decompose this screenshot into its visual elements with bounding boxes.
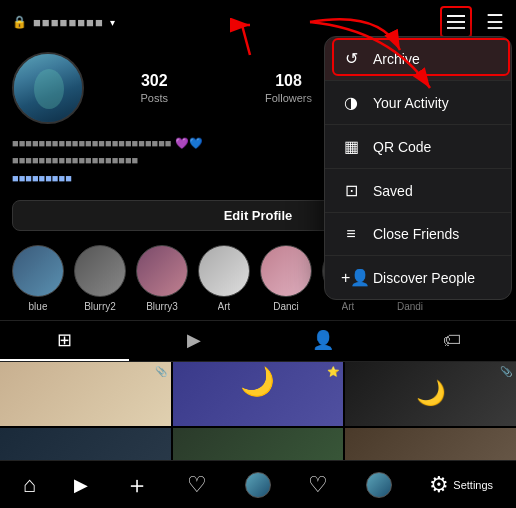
archive-label: Archive	[373, 51, 420, 67]
reels-icon: ▶	[187, 329, 201, 351]
tab-grid[interactable]: ⊞	[0, 321, 129, 361]
qr-label: QR Code	[373, 139, 431, 155]
highlight-item[interactable]: Blurry2	[74, 245, 126, 312]
menu-item-close-friends[interactable]: ≡ Close Friends	[325, 213, 511, 256]
reels-nav-icon: ▶	[74, 474, 88, 496]
nav-profile[interactable]	[245, 472, 271, 498]
stat-posts: 302 Posts	[140, 72, 168, 104]
menu-item-activity[interactable]: ◑ Your Activity	[325, 81, 511, 125]
header-right: ☰	[440, 6, 504, 38]
nav-reels[interactable]: ▶	[74, 474, 88, 496]
nav-home[interactable]: ⌂	[23, 472, 36, 498]
highlight-circle	[260, 245, 312, 297]
highlight-item[interactable]: Art	[198, 245, 250, 312]
tagged-icon: 👤	[312, 329, 334, 351]
highlight-circle	[136, 245, 188, 297]
nav-profile2[interactable]	[366, 472, 392, 498]
stat-followers: 108 Followers	[265, 72, 312, 104]
highlight-label: Blurry2	[84, 301, 116, 312]
menu-item-qr[interactable]: ▦ QR Code	[325, 125, 511, 169]
nav-add[interactable]: ＋	[125, 469, 149, 501]
discover-icon: +👤	[341, 268, 361, 287]
chevron-down-icon: ▾	[110, 17, 115, 28]
grid-item[interactable]: 📎	[0, 362, 171, 426]
highlight-circle	[198, 245, 250, 297]
qr-icon: ▦	[341, 137, 361, 156]
highlight-item[interactable]: Danci	[260, 245, 312, 312]
grid-item[interactable]: 📎 🌙	[345, 362, 516, 426]
settings-label: Settings	[453, 479, 493, 491]
menu-item-archive[interactable]: ↺ Archive	[325, 37, 511, 81]
archive-icon: ↺	[341, 49, 361, 68]
add-icon: ＋	[125, 469, 149, 501]
close-friends-icon: ≡	[341, 225, 361, 243]
highlight-label: blue	[29, 301, 48, 312]
hamburger-menu-button[interactable]	[440, 6, 472, 38]
shopping-icon: 🏷	[443, 330, 461, 351]
nav-settings[interactable]: ⚙ Settings	[429, 472, 493, 498]
saved-icon: ⊡	[341, 181, 361, 200]
lock-icon: 🔒	[12, 15, 27, 29]
activity-icon: ◑	[341, 93, 361, 112]
dropdown-menu: ↺ Archive ◑ Your Activity ▦ QR Code ⊡ Sa…	[324, 36, 512, 300]
highlight-label: Art	[342, 301, 355, 312]
heart2-icon: ♡	[308, 472, 328, 498]
bottom-navigation: ⌂ ▶ ＋ ♡ ♡ ⚙ Settings	[0, 460, 516, 508]
close-friends-label: Close Friends	[373, 226, 459, 242]
saved-label: Saved	[373, 183, 413, 199]
home-icon: ⌂	[23, 472, 36, 498]
header-left: 🔒 ■■■■■■■■ ▾	[12, 15, 115, 30]
heart-icon: ♡	[187, 472, 207, 498]
followers-label: Followers	[265, 92, 312, 104]
highlight-label: Danci	[273, 301, 299, 312]
menu-item-discover[interactable]: +👤 Discover People	[325, 256, 511, 299]
highlight-label: Art	[218, 301, 231, 312]
nav-activity[interactable]: ♡	[187, 472, 207, 498]
highlight-circle	[74, 245, 126, 297]
tab-tagged[interactable]: 👤	[258, 321, 387, 361]
highlight-label: Blurry3	[146, 301, 178, 312]
highlight-item[interactable]: Blurry3	[136, 245, 188, 312]
posts-count: 302	[141, 72, 168, 90]
followers-count: 108	[275, 72, 302, 90]
tab-shopping[interactable]: 🏷	[387, 321, 516, 361]
posts-label: Posts	[140, 92, 168, 104]
grid-item[interactable]: ⭐	[173, 362, 344, 426]
menu-item-saved[interactable]: ⊡ Saved	[325, 169, 511, 213]
more-options-icon[interactable]: ☰	[486, 10, 504, 34]
avatar	[12, 52, 84, 124]
tab-reels[interactable]: ▶	[129, 321, 258, 361]
settings-icon: ⚙	[429, 472, 449, 498]
activity-label: Your Activity	[373, 95, 449, 111]
nav-heart2[interactable]: ♡	[308, 472, 328, 498]
content-tabs: ⊞ ▶ 👤 🏷	[0, 320, 516, 362]
username-text: ■■■■■■■■	[33, 15, 104, 30]
highlight-label: Dandi	[397, 301, 423, 312]
grid-icon: ⊞	[57, 329, 72, 351]
highlight-circle	[12, 245, 64, 297]
discover-label: Discover People	[373, 270, 475, 286]
highlight-item[interactable]: blue	[12, 245, 64, 312]
